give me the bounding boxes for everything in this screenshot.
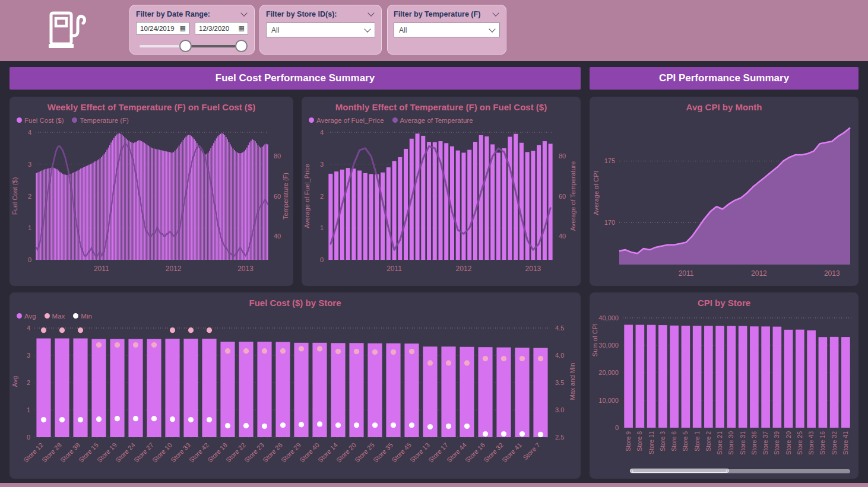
end-date-value: 12/3/2020 [199,25,229,32]
legend-item[interactable]: Avg [17,313,36,320]
svg-text:4: 4 [320,129,324,136]
filter-date-range-header: Filter by Date Range: [136,10,248,18]
legend-dot-icon [309,117,314,123]
legend-dot-icon [17,313,22,319]
filter-temperature-header: Filter by Temperature (F) [394,10,500,18]
svg-text:4.0: 4.0 [555,352,564,359]
end-date-input[interactable]: 12/3/2020 ▦ [195,22,248,34]
svg-text:Average of Temperature: Average of Temperature [569,161,576,231]
svg-text:Store 45: Store 45 [390,441,413,464]
fuel-cost-by-store-card: Fuel Cost ($) by Store AvgMaxMin 012342.… [9,292,581,479]
svg-text:2013: 2013 [824,269,840,278]
svg-text:2: 2 [28,193,31,200]
svg-text:Store 28: Store 28 [40,441,63,464]
legend-item[interactable]: Fuel Cost ($) [17,117,64,124]
svg-text:2013: 2013 [237,265,254,273]
svg-text:Store 40: Store 40 [298,441,321,464]
start-date-value: 10/24/2019 [140,25,175,32]
cpi-area-chart[interactable]: 170175201120122013Average of CPI [590,114,859,282]
svg-text:Store 23: Store 23 [243,441,265,464]
chart-legend: AvgMaxMin [9,308,581,321]
svg-text:Store 8: Store 8 [636,431,643,451]
svg-text:Store 33: Store 33 [169,441,192,464]
svg-text:Store 43: Store 43 [807,431,815,455]
legend-label: Fuel Cost ($) [24,117,64,124]
scrollbar-thumb[interactable]: ‹ › [630,469,729,473]
monthly-combo-chart[interactable]: 01234406080201120122013Average of Fuel_P… [302,125,581,278]
chart-title: Monthly Effect of Temperature (F) on Fue… [302,97,581,112]
svg-text:175: 175 [604,157,615,164]
cpi-by-store-card: CPI by Store 010,00020,00030,00040,000St… [590,292,859,479]
svg-text:Avg: Avg [11,376,18,387]
chevron-down-icon[interactable] [492,9,499,16]
start-date-input[interactable]: 10/24/2019 ▦ [136,22,189,34]
svg-text:Store 3: Store 3 [659,431,666,451]
svg-text:Average of Fuel_Price: Average of Fuel_Price [303,164,311,228]
store-ids-select-value: All [271,26,279,34]
legend-item[interactable]: Max [45,313,65,320]
legend-dot-icon [45,313,50,319]
chevron-down-icon[interactable] [240,9,247,16]
svg-text:Store 25: Store 25 [353,441,376,464]
svg-text:Store 44: Store 44 [445,441,468,464]
svg-text:Temperature (F): Temperature (F) [282,173,289,219]
svg-text:0: 0 [27,434,30,441]
svg-text:3: 3 [28,161,31,168]
legend-label: Max [52,313,65,320]
svg-text:Store 22: Store 22 [224,441,247,464]
svg-text:Store 35: Store 35 [372,441,394,464]
svg-text:Store 41: Store 41 [842,431,849,455]
svg-text:1: 1 [28,224,31,231]
legend-label: Min [81,313,92,320]
legend-item[interactable]: Average of Fuel_Price [309,117,384,124]
chart-legend: Fuel Cost ($)Temperature (F) [9,112,293,125]
svg-text:Store 29: Store 29 [280,441,302,464]
svg-text:Average of CPI: Average of CPI [593,171,600,215]
store-ids-select[interactable]: All [266,23,375,37]
svg-text:0: 0 [615,424,619,431]
svg-text:Store 17: Store 17 [427,441,449,464]
slider-track-selected[interactable] [185,45,242,47]
chart-title: Fuel Cost ($) by Store [9,292,581,308]
svg-text:Store 36: Store 36 [750,431,758,455]
filter-temperature: Filter by Temperature (F) All [387,5,506,55]
slider-handle-end[interactable] [235,40,248,52]
legend-item[interactable]: Average of Temperature [392,117,473,124]
slider-handle-start[interactable] [179,40,192,52]
svg-text:Store 7: Store 7 [521,441,541,461]
date-range-slider[interactable] [136,40,248,53]
svg-text:Store 13: Store 13 [408,441,431,464]
fuel-store-chart[interactable]: 012342.53.03.54.04.5Store 12Store 28Stor… [9,321,581,472]
svg-text:Store 1: Store 1 [693,431,701,451]
svg-text:60: 60 [274,193,281,200]
scrollbar-right-arrow-icon[interactable]: › [726,469,727,473]
date-inputs-row: 10/24/2019 ▦ 12/3/2020 ▦ [136,22,248,34]
monthly-temp-fuel-card: Monthly Effect of Temperature (F) on Fue… [302,97,581,286]
svg-text:3: 3 [27,352,30,359]
svg-text:2012: 2012 [751,269,767,278]
filter-store-ids-header: Filter by Store ID(s): [266,10,375,18]
svg-text:Store 15: Store 15 [77,441,100,464]
weekly-combo-chart[interactable]: 01234406080201120122013Fuel Cost ($)Temp… [9,125,293,278]
calendar-icon[interactable]: ▦ [180,25,186,31]
svg-text:Store 42: Store 42 [188,441,210,464]
svg-text:Store 19: Store 19 [96,441,118,464]
legend-item[interactable]: Min [73,313,92,320]
svg-text:Store 39: Store 39 [773,431,780,455]
calendar-icon[interactable]: ▦ [239,25,245,31]
temperature-select-value: All [399,26,407,34]
svg-text:Store 5: Store 5 [682,431,689,451]
temperature-select[interactable]: All [394,23,500,37]
chart-horizontal-scrollbar[interactable]: ‹ › [630,469,850,473]
svg-text:Store 25: Store 25 [796,431,803,455]
svg-text:Store 16: Store 16 [464,441,486,464]
dashboard-page: Filter by Date Range: 10/24/2019 ▦ 12/3/… [0,0,868,487]
chevron-down-icon[interactable] [368,9,374,16]
svg-text:Fuel Cost ($): Fuel Cost ($) [11,177,18,215]
svg-text:Store 32: Store 32 [831,431,838,455]
scrollbar-left-arrow-icon[interactable]: ‹ [632,469,633,473]
legend-item[interactable]: Temperature (F) [72,117,128,124]
svg-text:Sum of CPI: Sum of CPI [591,323,598,357]
cpi-store-chart[interactable]: 010,00020,00030,00040,000Store 9Store 8S… [590,309,859,459]
svg-text:Store 41: Store 41 [500,441,523,464]
